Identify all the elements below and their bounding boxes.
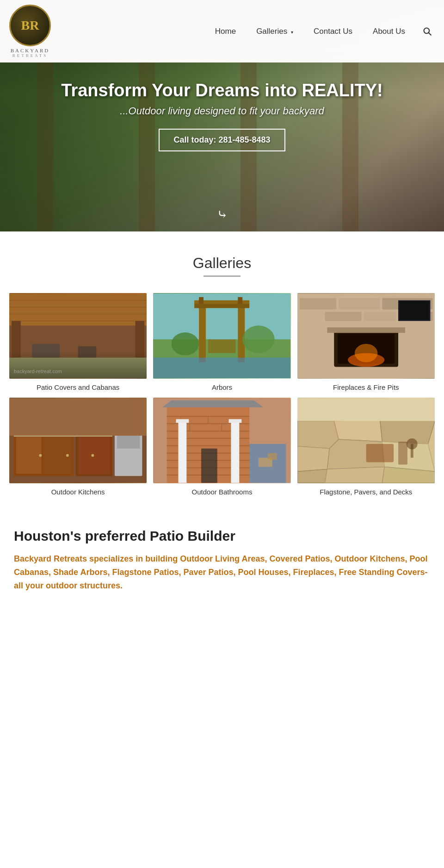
svg-rect-39	[339, 298, 380, 310]
svg-rect-100	[366, 444, 393, 462]
svg-line-1	[429, 32, 432, 35]
about-body: Backyard Retreats specializes in buildin…	[14, 552, 430, 592]
svg-rect-2	[37, 56, 53, 231]
gallery-item-fireplaces[interactable]: Fireplaces & Fire Pits	[297, 293, 435, 391]
svg-rect-30	[199, 297, 204, 304]
svg-rect-38	[300, 298, 336, 310]
gallery-item-arbors[interactable]: Arbors	[153, 293, 290, 391]
watermark-text: backyard-retreat.com	[14, 368, 62, 374]
gallery-item-patio[interactable]: backyard-retreat.com Patio Covers and Ca…	[9, 293, 147, 391]
svg-point-60	[91, 454, 94, 457]
svg-rect-88	[268, 453, 277, 460]
svg-rect-35	[208, 339, 235, 353]
svg-rect-19	[12, 321, 21, 378]
svg-rect-80	[179, 421, 187, 483]
site-logo[interactable]: BR BACKYARD RETREATS	[9, 5, 51, 58]
search-icon[interactable]	[420, 24, 435, 39]
svg-rect-26	[199, 303, 206, 362]
hero-cta-button[interactable]: Call today: 281-485-8483	[159, 129, 285, 151]
svg-point-48	[355, 344, 378, 362]
svg-point-0	[424, 28, 430, 33]
svg-point-58	[39, 454, 42, 457]
gallery-item-kitchens[interactable]: Outdoor Kitchens	[9, 398, 147, 496]
gallery-label-patio: Patio Covers and Cabanas	[37, 383, 119, 391]
svg-rect-20	[136, 321, 145, 378]
svg-rect-101	[398, 442, 407, 465]
svg-rect-14	[9, 293, 147, 325]
svg-rect-51	[400, 301, 429, 320]
svg-rect-31	[238, 297, 243, 304]
hero-title: Transform Your Dreams into REALITY!	[61, 81, 382, 100]
gallery-label-fireplaces: Fireplaces & Fire Pits	[333, 383, 399, 391]
svg-rect-86	[201, 449, 217, 483]
svg-rect-41	[300, 312, 323, 321]
svg-rect-34	[153, 358, 290, 379]
svg-marker-90	[297, 421, 339, 448]
gallery-thumb-kitchens	[9, 398, 147, 483]
galleries-section: Galleries	[0, 231, 444, 510]
nav-contact[interactable]: Contact Us	[303, 22, 363, 41]
svg-rect-21	[9, 358, 147, 379]
gallery-label-flagstone: Flagstone, Pavers, and Decks	[320, 488, 412, 496]
svg-rect-82	[176, 419, 189, 423]
svg-point-59	[66, 454, 69, 457]
svg-rect-49	[327, 327, 405, 333]
gallery-thumb-bathrooms	[153, 398, 290, 483]
about-heading: Houston's preferred Patio Builder	[14, 528, 430, 544]
svg-rect-83	[229, 419, 242, 423]
gallery-thumb-arbors	[153, 293, 290, 379]
nav-home[interactable]: Home	[205, 22, 246, 41]
svg-point-33	[243, 325, 275, 353]
gallery-item-flagstone[interactable]: Flagstone, Pavers, and Decks	[297, 398, 435, 496]
about-section: Houston's preferred Patio Builder Backya…	[0, 510, 444, 615]
svg-rect-55	[16, 437, 42, 474]
svg-rect-42	[325, 312, 361, 321]
logo-name: BACKYARD	[11, 48, 50, 53]
title-underline	[204, 275, 240, 277]
svg-marker-97	[325, 467, 384, 483]
gallery-grid: backyard-retreat.com Patio Covers and Ca…	[9, 293, 435, 496]
navbar: BR BACKYARD RETREATS Home Galleries ▾ Co…	[0, 0, 444, 62]
svg-rect-27	[238, 303, 245, 362]
nav-about[interactable]: About Us	[363, 22, 415, 41]
gallery-thumb-flagstone	[297, 398, 435, 483]
hero-subtitle: ...Outdoor living designed to fit your b…	[61, 105, 382, 117]
nav-galleries[interactable]: Galleries ▾	[246, 22, 303, 41]
svg-marker-91	[334, 418, 382, 442]
svg-rect-99	[297, 398, 435, 421]
footer-space	[0, 615, 444, 800]
logo-tagline: RETREATS	[12, 53, 48, 58]
svg-rect-23	[78, 346, 97, 358]
logo-initials: BR	[21, 18, 39, 33]
gallery-thumb-patio: backyard-retreat.com	[9, 293, 147, 379]
svg-marker-84	[162, 400, 263, 407]
svg-marker-96	[297, 469, 327, 483]
svg-rect-43	[364, 312, 395, 321]
svg-rect-22	[32, 344, 60, 358]
chevron-down-icon: ▾	[291, 30, 293, 35]
gallery-thumb-fireplaces	[297, 293, 435, 379]
gallery-label-kitchens: Outdoor Kitchens	[51, 488, 105, 496]
svg-rect-81	[231, 421, 240, 483]
logo-circle: BR	[9, 5, 51, 46]
gallery-label-arbors: Arbors	[212, 383, 232, 391]
svg-rect-64	[9, 398, 147, 436]
svg-point-32	[172, 332, 199, 356]
galleries-title: Galleries	[9, 255, 435, 272]
hero-content: Transform Your Dreams into REALITY! ...O…	[52, 71, 392, 161]
scroll-down-arrow[interactable]: ⤷	[217, 207, 228, 222]
svg-rect-103	[410, 444, 413, 458]
svg-marker-93	[297, 446, 329, 472]
nav-links: Home Galleries ▾ Contact Us About Us	[205, 22, 435, 41]
gallery-item-bathrooms[interactable]: Outdoor Bathrooms	[153, 398, 290, 496]
gallery-label-bathrooms: Outdoor Bathrooms	[192, 488, 253, 496]
